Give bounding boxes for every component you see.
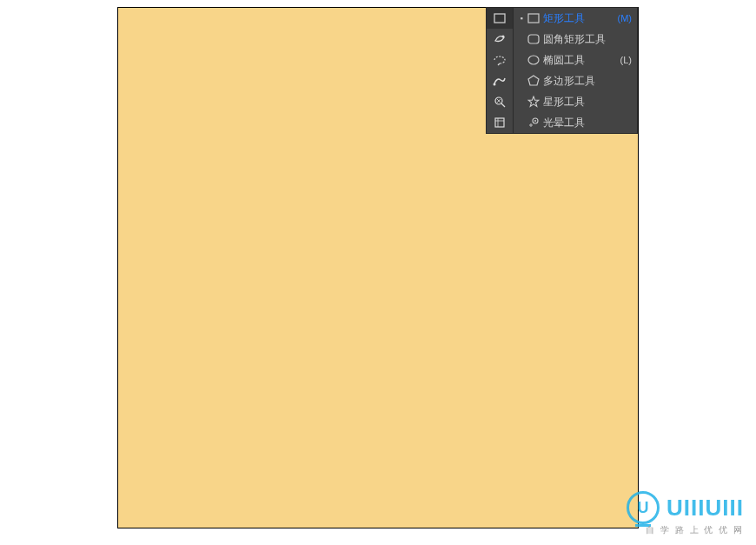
flyout-rounded-rectangle-tool[interactable]: 圆角矩形工具 <box>514 29 637 50</box>
color-guide-tool-slot[interactable] <box>487 91 513 112</box>
watermark-brand: UIIIUIII <box>666 495 744 522</box>
tool-label: 星形工具 <box>543 95 628 110</box>
magic-icon <box>493 95 507 109</box>
rect-icon <box>524 13 543 23</box>
tool-label: 椭圆工具 <box>543 53 617 68</box>
svg-rect-0 <box>494 14 505 23</box>
flyout-flare-tool[interactable]: 光晕工具 <box>514 112 637 133</box>
lasso-icon <box>493 54 507 66</box>
vertical-toolbar <box>486 7 514 134</box>
shape-tool-flyout: ▪ 矩形工具 (M) 圆角矩形工具 椭圆工具 (L) <box>514 7 638 134</box>
svg-point-7 <box>528 56 539 64</box>
shape-tool-panel: ▪ 矩形工具 (M) 圆角矩形工具 椭圆工具 (L) <box>486 7 638 134</box>
tool-label: 多边形工具 <box>543 74 628 89</box>
flyout-ellipse-tool[interactable]: 椭圆工具 (L) <box>514 50 637 70</box>
artboard-tool-slot[interactable] <box>487 112 513 133</box>
svg-marker-8 <box>528 76 539 85</box>
tool-label: 矩形工具 <box>543 11 614 26</box>
flare-icon <box>524 116 543 129</box>
blob-brush-tool-slot[interactable] <box>487 70 513 91</box>
paint-icon <box>493 32 507 46</box>
svg-point-1 <box>502 36 505 38</box>
svg-rect-4 <box>495 118 504 127</box>
blob-icon <box>493 75 507 87</box>
rectangle-icon <box>494 12 506 24</box>
svg-marker-9 <box>528 96 539 107</box>
live-paint-tool-slot[interactable] <box>487 29 513 50</box>
tool-label: 光晕工具 <box>543 116 628 130</box>
flyout-star-tool[interactable]: 星形工具 <box>514 91 637 112</box>
watermark-logo-icon: U <box>627 491 660 524</box>
ellipse-icon <box>524 55 543 65</box>
flyout-rectangle-tool[interactable]: ▪ 矩形工具 (M) <box>514 8 637 29</box>
tool-shortcut: (M) <box>618 13 633 23</box>
star-icon <box>524 96 543 108</box>
tool-shortcut: (L) <box>620 55 632 65</box>
rectangle-tool-slot[interactable] <box>487 8 513 29</box>
svg-point-12 <box>530 124 532 126</box>
watermark-subtitle: 自 学 路 上 优 优 网 <box>646 524 744 536</box>
artboard-icon <box>494 116 506 129</box>
svg-rect-5 <box>528 14 539 23</box>
lasso-tool-slot[interactable] <box>487 50 513 70</box>
watermark: U UIIIUIII <box>627 491 744 524</box>
roundrect-icon <box>524 34 543 44</box>
flyout-polygon-tool[interactable]: 多边形工具 <box>514 70 637 91</box>
tool-label: 圆角矩形工具 <box>543 32 628 47</box>
svg-point-2 <box>494 83 496 86</box>
polygon-icon <box>524 75 543 87</box>
svg-point-11 <box>534 120 536 122</box>
svg-rect-6 <box>528 35 539 43</box>
